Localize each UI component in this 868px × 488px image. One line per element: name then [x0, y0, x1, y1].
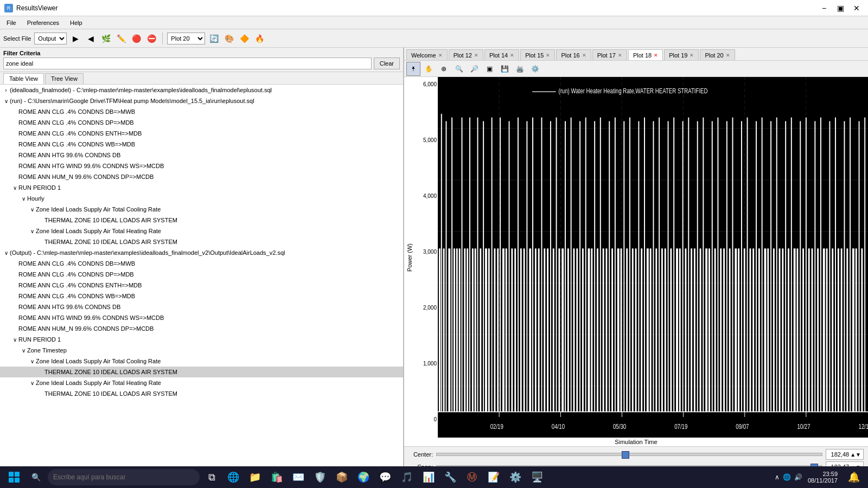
restore-button[interactable]: ▣ [833, 1, 847, 15]
tree-item[interactable]: ROME ANN CLG .4% CONDNS ENTH=>MDB [0, 280, 403, 291]
tree-item[interactable]: ∨RUN PERIOD 1 [0, 334, 403, 345]
plot-tab-plot-19[interactable]: Plot 19✕ [664, 49, 699, 60]
clear-button[interactable]: Clear [374, 57, 400, 69]
taskbar-edge-icon[interactable]: 🌐 [224, 467, 243, 487]
tree-toggle-icon[interactable]: ∨ [28, 379, 36, 387]
plot-tab-plot-16[interactable]: Plot 16✕ [556, 49, 591, 60]
taskbar-chrome-icon[interactable]: 🌍 [354, 467, 373, 487]
tree-item[interactable]: ∨Zone Ideal Loads Supply Air Total Cooli… [0, 356, 403, 367]
tree-item[interactable]: ROME ANN CLG .4% CONDNS WB=>MDB [0, 139, 403, 150]
plot-save-btn[interactable]: 💾 [497, 62, 512, 76]
plot-settings-btn[interactable]: ⚙️ [528, 62, 542, 76]
taskbar-spotify-icon[interactable]: 🎵 [397, 467, 417, 487]
tree-toggle-icon[interactable] [11, 292, 18, 300]
tree-toggle-icon[interactable]: ∨ [11, 184, 18, 191]
toolbar-stop-btn[interactable]: 🔴 [130, 32, 143, 45]
tree-item[interactable]: ∨Hourly [0, 193, 403, 204]
plot-crosshair-btn[interactable]: ⊕ [437, 62, 451, 76]
tree-toggle-icon[interactable] [11, 130, 18, 137]
plot-tab-plot-17[interactable]: Plot 17✕ [592, 49, 627, 60]
tree-item[interactable]: ROME ANN HTG WIND 99.6% CONDNS WS=>MCDB [0, 312, 403, 323]
plot-tab-close-icon[interactable]: ✕ [438, 53, 443, 58]
taskbar-notepad-icon[interactable]: 📝 [484, 467, 503, 487]
tree-toggle-icon[interactable] [11, 325, 18, 332]
tree-item[interactable]: THERMAL ZONE 10 IDEAL LOADS AIR SYSTEM [0, 215, 403, 226]
file-select[interactable]: Output [34, 33, 67, 44]
tree-item[interactable]: ROME ANN HTG WIND 99.6% CONDNS WS=>MCDB [0, 160, 403, 171]
plot-tab-close-icon[interactable]: ✕ [726, 53, 730, 58]
tree-item[interactable]: THERMAL ZONE 10 IDEAL LOADS AIR SYSTEM [0, 236, 403, 247]
tree-item[interactable]: ROME ANN HUM_N 99.6% CONDNS DP=>MCDB [0, 323, 403, 334]
tree-toggle-icon[interactable] [11, 281, 18, 289]
tree-item[interactable]: ∨(run) - C:\Users\marin\Google Drive\TFM… [0, 95, 403, 106]
tree-toggle-icon[interactable] [37, 238, 44, 246]
tree-toggle-icon[interactable] [11, 314, 18, 322]
taskbar-store-icon[interactable]: 🛍️ [267, 467, 286, 487]
plot-cursor-btn[interactable]: 🖈 [406, 62, 420, 76]
tree-item[interactable]: ∨Zone Timestep [0, 345, 403, 356]
taskbar-app3-icon[interactable]: 🖥️ [527, 467, 547, 487]
tree-item[interactable]: ROME ANN CLG .4% CONDNS DB=>MWB [0, 258, 403, 269]
tree-toggle-icon[interactable] [11, 108, 18, 115]
tree-item[interactable]: ROME ANN CLG .4% CONDNS ENTH=>MDB [0, 128, 403, 139]
toolbar-add-btn[interactable]: 🌿 [99, 32, 112, 45]
taskbar-shield-icon[interactable]: 🛡️ [310, 467, 330, 487]
plot-print-btn[interactable]: 🖨️ [513, 62, 527, 76]
tree-toggle-icon[interactable] [37, 390, 44, 397]
filter-input[interactable] [3, 57, 372, 69]
tree-view-tab[interactable]: Tree View [45, 73, 84, 84]
minimize-button[interactable]: − [817, 1, 831, 15]
toolbar-stop2-btn[interactable]: ⛔ [145, 32, 158, 45]
taskbar-excel-icon[interactable]: 📊 [419, 467, 438, 487]
taskbar-clock[interactable]: 23:59 08/11/2017 [808, 471, 842, 484]
plot-tab-welcome[interactable]: Welcome✕ [406, 49, 448, 60]
plot-tab-plot-18[interactable]: Plot 18✕ [628, 49, 663, 60]
tree-toggle-icon[interactable]: ∨ [2, 249, 10, 256]
tray-network[interactable]: 🌐 [783, 473, 791, 481]
tree-container[interactable]: ›(idealloads_finalmodel) - C:\mlep-maste… [0, 85, 403, 476]
tree-toggle-icon[interactable]: ∨ [28, 206, 36, 213]
tree-item[interactable]: ROME ANN CLG .4% CONDNS DP=>MDB [0, 117, 403, 128]
taskbar-task-view[interactable]: ⧉ [202, 467, 221, 487]
plot-select[interactable]: Plot 20 Plot 1 Plot 2 [167, 33, 205, 44]
tree-toggle-icon[interactable]: ∨ [28, 357, 36, 365]
tree-toggle-icon[interactable] [11, 271, 18, 278]
tree-toggle-icon[interactable]: ∨ [11, 336, 18, 343]
toolbar-edit-btn[interactable]: ✏️ [114, 32, 127, 45]
tree-item[interactable]: ROME ANN HTG 99.6% CONDNS DB [0, 301, 403, 312]
taskbar-matlab-icon[interactable]: Ⓜ [462, 467, 482, 487]
plot-zoom-fit-btn[interactable]: ▣ [482, 62, 496, 76]
tree-toggle-icon[interactable] [37, 368, 44, 376]
plot-tab-close-icon[interactable]: ✕ [690, 53, 694, 58]
tree-item[interactable]: ∨Zone Ideal Loads Supply Air Total Heati… [0, 226, 403, 236]
toolbar-refresh-btn[interactable]: ▶ [69, 32, 82, 45]
notification-icon[interactable]: 🔔 [844, 467, 864, 487]
plot-tab-plot-20[interactable]: Plot 20✕ [700, 49, 735, 60]
menu-help[interactable]: Help [66, 18, 87, 27]
tree-item[interactable]: ∨Zone Ideal Loads Supply Air Total Cooli… [0, 204, 403, 215]
tree-item[interactable]: ROME ANN CLG .4% CONDNS DP=>MDB [0, 269, 403, 280]
plot-tab-close-icon[interactable]: ✕ [546, 53, 550, 58]
tree-item[interactable]: THERMAL ZONE 10 IDEAL LOADS AIR SYSTEM [0, 367, 403, 377]
tree-toggle-icon[interactable]: ∨ [20, 346, 27, 354]
tree-item[interactable]: ROME ANN CLG .4% CONDNS WB=>MDB [0, 291, 403, 301]
taskbar-search-icon[interactable]: 🔍 [26, 467, 46, 487]
tree-toggle-icon[interactable] [11, 173, 18, 181]
tree-toggle-icon[interactable]: ∨ [28, 227, 36, 235]
toolbar-back-btn[interactable]: ◀ [84, 32, 97, 45]
tree-item[interactable]: ∨RUN PERIOD 1 [0, 182, 403, 193]
tree-toggle-icon[interactable] [11, 140, 18, 148]
taskbar-search-input[interactable] [48, 469, 200, 485]
center-slider-thumb[interactable] [622, 451, 629, 459]
center-slider[interactable] [436, 453, 822, 456]
plot-tab-close-icon[interactable]: ✕ [654, 53, 658, 58]
tree-item[interactable]: ›(idealloads_finalmodel) - C:\mlep-maste… [0, 85, 403, 95]
tree-toggle-icon[interactable] [37, 216, 44, 224]
tree-item[interactable]: ∨Zone Ideal Loads Supply Air Total Heati… [0, 377, 403, 388]
tray-up-arrow[interactable]: ∧ [775, 473, 780, 481]
plot-tab-plot-14[interactable]: Plot 14✕ [484, 49, 519, 60]
menu-preferences[interactable]: Preferences [23, 18, 63, 27]
plot-tool-3[interactable]: 🔶 [238, 32, 251, 45]
tree-toggle-icon[interactable] [11, 151, 18, 159]
plot-tab-plot-12[interactable]: Plot 12✕ [449, 49, 483, 60]
